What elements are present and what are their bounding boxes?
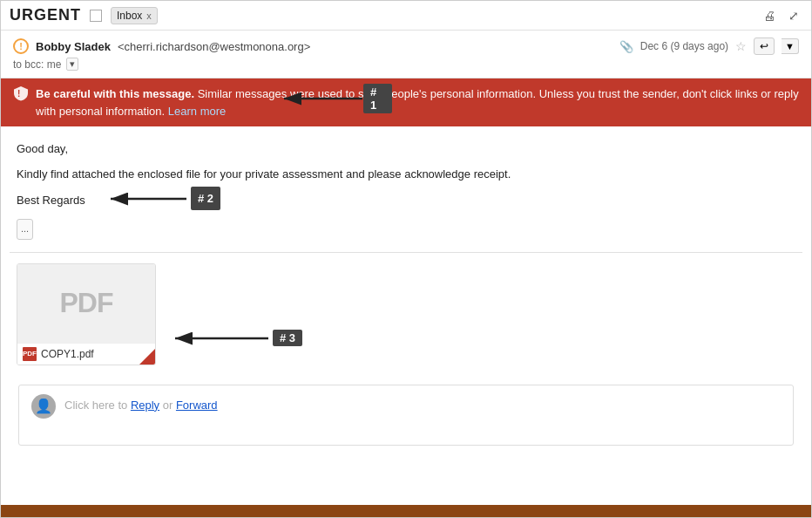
annotation3-container: # 3 [168,263,302,365]
bottom-bar [1,505,811,517]
annotation3-arrow-svg [168,326,273,351]
reply-prompt: Click here to Reply or Forward [64,394,218,412]
forward-link[interactable]: Forward [176,399,218,412]
attachment-footer: PDF COPY1.pdf [17,343,155,365]
email-meta: 📎 Dec 6 (9 days ago) ☆ ↩ ▼ [619,37,799,55]
annotation2-arrow-svg [104,187,191,211]
annotation3-label: # 3 [273,330,302,346]
title-bar-actions: 🖨 ⤢ [761,7,802,24]
email-body: Good day, Kindly find attached the enclo… [1,126,811,252]
expand-dots-btn[interactable]: ... [17,219,33,240]
body-main-text: Kindly find attached the enclosed file f… [17,164,795,184]
reply-avatar: 👤 [31,394,56,419]
sender-warning-icon: ! [13,38,29,54]
warning-text: Be careful with this message. Similar me… [36,85,799,119]
warning-banner: ! Be careful with this message. Similar … [1,78,811,126]
more-options-button[interactable]: ▼ [782,38,799,54]
warning-bold-text: Be careful with this message. [36,87,194,100]
email-date: Dec 6 (9 days ago) [640,40,728,52]
attachment-item[interactable]: PDF PDF COPY1.pdf [17,263,156,365]
person-icon: 👤 [35,398,52,414]
body-regards: Best Regards [17,194,85,207]
inbox-tab[interactable]: Inbox x [111,7,158,24]
print-icon[interactable]: 🖨 [761,7,778,24]
tab-close-btn[interactable]: x [146,10,152,21]
attachment-clip-icon: 📎 [619,40,633,53]
reply-button[interactable]: ↩ [754,37,775,55]
to-label: to bcc: me [13,58,61,71]
email-window: URGENT Inbox x 🖨 ⤢ ! Bobby Sladek <cherr… [0,0,812,518]
body-closing: Best Regards # 2 [17,190,795,210]
warning-shield: ! [13,85,29,104]
reply-prompt-text: Click here to [64,399,131,412]
reply-link[interactable]: Reply [131,399,159,412]
learn-more-link[interactable]: Learn more [168,105,226,118]
body-greeting: Good day, [17,139,795,159]
attachment-footer-wrapper: PDF COPY1.pdf [17,343,155,365]
annotation2-label: # 2 [191,187,220,210]
pdf-small-icon: PDF [23,347,37,361]
inbox-tab-label: Inbox [117,10,142,22]
expand-icon[interactable]: ⤢ [785,7,802,24]
attachment-area: PDF PDF COPY1.pdf # 3 [1,253,811,376]
sender-name: Bobby Sladek [36,40,111,53]
email-header: ! Bobby Sladek <cherri.richardson@westmo… [1,31,811,78]
reply-wrapper: 👤 Click here to Reply or Forward [1,376,811,465]
reply-or-text: or [163,399,176,412]
reply-area[interactable]: 👤 Click here to Reply or Forward [18,385,794,446]
to-row: to bcc: me ▾ # 1 [13,58,799,71]
title-bar: URGENT Inbox x 🖨 ⤢ [1,1,811,31]
email-subject: URGENT [10,6,81,24]
annotation2-container: # 2 [104,187,220,211]
svg-text:!: ! [17,89,20,99]
attachment-preview: PDF [17,264,155,343]
attachment-corner-decoration [139,349,155,365]
shield-icon: ! [13,85,29,101]
sender-email: <cherri.richardson@westmonona.org> [118,40,310,53]
star-icon[interactable]: ☆ [735,39,747,53]
subject-checkbox[interactable] [90,10,102,22]
pdf-large-icon: PDF [60,287,113,319]
to-dropdown[interactable]: ▾ [66,58,78,71]
attachment-name: COPY1.pdf [41,348,94,360]
sender-row: ! Bobby Sladek <cherri.richardson@westmo… [13,37,799,55]
